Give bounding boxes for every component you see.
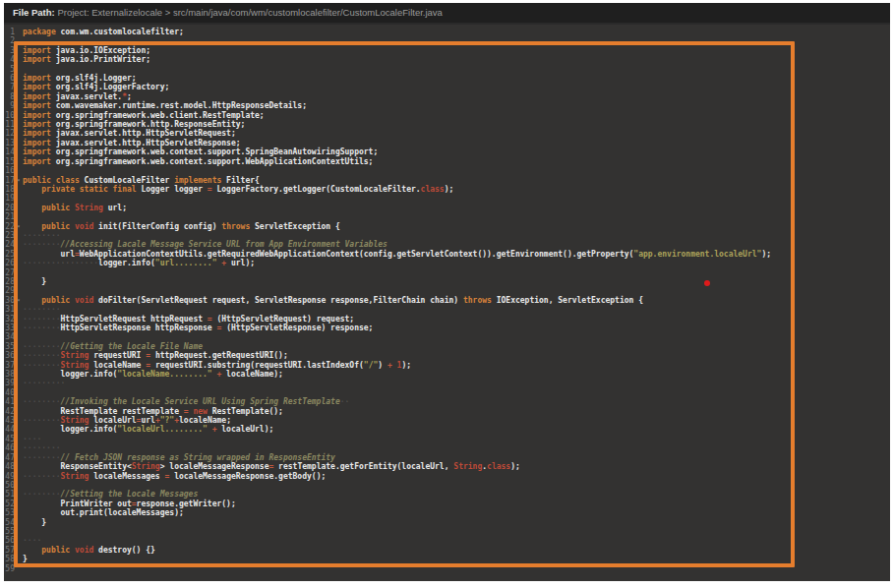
fold-marker-icon[interactable]: ▾ xyxy=(15,222,23,231)
code-token xyxy=(23,204,41,212)
code-line[interactable]: 12import javax.servlet.http.HttpServletR… xyxy=(4,129,890,138)
code-line[interactable]: 26················logger.info("url......… xyxy=(4,259,890,267)
code-line[interactable]: 41········//Invoking the Locale Service … xyxy=(4,397,890,406)
line-number: 28 xyxy=(4,277,15,286)
code-line[interactable]: 7import org.slf4j.LoggerFactory; xyxy=(4,83,890,91)
code-token: localeUrl xyxy=(89,416,136,425)
code-line[interactable]: 53 out.print(localeMessages); xyxy=(4,508,890,517)
code-line[interactable]: 9import com.wavemaker.runtime.rest.model… xyxy=(4,101,890,110)
code-line[interactable]: 54 } xyxy=(4,518,890,527)
code-line[interactable]: 42 RestTemplate restTemplate = new RestT… xyxy=(4,407,890,416)
fold-gutter-spacer xyxy=(15,332,23,341)
fold-gutter-spacer xyxy=(15,101,23,110)
code-line[interactable]: 2 xyxy=(4,36,890,45)
code-line[interactable]: 30▾ public void doFilter(ServletRequest … xyxy=(4,296,890,305)
code-line[interactable]: 33········HttpServletResponse httpRespon… xyxy=(4,323,890,332)
code-line[interactable]: 1package com.wm.customlocalefilter; xyxy=(4,28,890,36)
code-line[interactable]: 38 logger.info("localeName........" + lo… xyxy=(4,370,890,379)
code-line[interactable]: 27 xyxy=(4,268,890,277)
code-token: javax.servlet. xyxy=(51,92,122,101)
code-line[interactable]: 59 xyxy=(4,564,890,573)
code-line[interactable]: 49········String localeMessages = locale… xyxy=(4,472,890,481)
code-line[interactable]: 44 logger.info("localeUrl........" + loc… xyxy=(4,425,890,434)
code-line[interactable]: 21 xyxy=(4,212,890,221)
code-token: void xyxy=(75,296,93,305)
code-line[interactable]: 56···· xyxy=(4,536,890,545)
code-token: implements xyxy=(174,176,221,185)
code-token: throws xyxy=(221,222,250,231)
line-number: 40 xyxy=(4,388,15,397)
fold-gutter-spacer xyxy=(15,453,23,462)
code-token: import xyxy=(23,92,51,101)
code-token: throws xyxy=(463,296,492,305)
fold-gutter-spacer xyxy=(15,425,23,434)
code-text: package com.wm.customlocalefilter; xyxy=(23,28,890,36)
code-token: url xyxy=(23,250,75,259)
code-line[interactable]: 24········//Accessing Lacale Message Ser… xyxy=(4,240,890,249)
line-number: 5 xyxy=(4,65,15,74)
code-text xyxy=(23,166,890,175)
code-line[interactable]: 22▾ public void init(FilterConfig config… xyxy=(4,222,890,231)
code-line[interactable]: 40 xyxy=(4,388,890,397)
fold-gutter-spacer xyxy=(15,286,23,295)
code-line[interactable]: 36········String requestURI = httpReques… xyxy=(4,351,890,360)
fold-gutter-spacer xyxy=(15,305,23,314)
code-text: ···· xyxy=(23,435,890,443)
code-token: package xyxy=(23,28,56,36)
code-line[interactable]: 25 url=WebApplicationContextUtils.getReq… xyxy=(4,250,890,259)
code-line[interactable]: 35········//Getting the Locale File Name xyxy=(4,342,890,351)
code-token: javax.servlet.http.HttpServletRequest; xyxy=(51,129,236,138)
code-line[interactable]: 5 xyxy=(4,65,890,74)
code-line[interactable]: 34 xyxy=(4,332,890,341)
code-line[interactable]: 23········ xyxy=(4,231,890,240)
file-path-bar: File Path: Project: Externalizelocale > … xyxy=(4,3,890,25)
fold-gutter-spacer xyxy=(15,361,23,370)
code-line[interactable]: 45···· xyxy=(4,435,890,443)
code-line[interactable]: 46········ xyxy=(4,443,890,452)
code-line[interactable]: 37········String localeName = requestURI… xyxy=(4,361,890,370)
code-line[interactable]: 28 } xyxy=(4,277,890,286)
code-line[interactable]: 32········HttpServletRequest httpRequest… xyxy=(4,315,890,323)
fold-gutter-spacer xyxy=(15,83,23,91)
code-line[interactable]: 55 xyxy=(4,527,890,536)
line-number: 59 xyxy=(4,564,15,573)
code-token: restTemplate.getForEntity(localeUrl, xyxy=(273,462,453,471)
line-number: 44 xyxy=(4,425,15,434)
code-line[interactable]: 13import javax.servlet.http.HttpServletR… xyxy=(4,139,890,147)
code-line[interactable]: 3import java.io.IOException; xyxy=(4,46,890,55)
code-line[interactable]: 51········//Setting the Locale Messages xyxy=(4,490,890,499)
code-line[interactable]: 4import java.io.PrintWriter; xyxy=(4,55,890,64)
code-line[interactable]: 31········ xyxy=(4,305,890,314)
code-line[interactable]: 29 xyxy=(4,286,890,295)
code-token: new xyxy=(193,407,207,416)
code-line[interactable]: 39········· xyxy=(4,379,890,387)
code-token: HttpServletRequest httpRequest xyxy=(61,315,208,323)
line-number: 51 xyxy=(4,490,15,499)
code-line[interactable]: 57 public void destroy() {} xyxy=(4,546,890,555)
code-line[interactable]: 18 private static final Logger logger = … xyxy=(4,185,890,194)
code-line[interactable]: 8import javax.servlet.*; xyxy=(4,92,890,101)
code-token: import xyxy=(23,55,51,64)
code-line[interactable]: 19 xyxy=(4,194,890,203)
code-text: ········String requestURI = httpRequest.… xyxy=(23,351,890,360)
code-line[interactable]: 48 ResponseEntity<String> localeMessageR… xyxy=(4,462,890,471)
code-line[interactable]: 47········// Fetch JSON response as Stri… xyxy=(4,453,890,462)
code-editor[interactable]: 1package com.wm.customlocalefilter;23imp… xyxy=(4,25,890,581)
code-line[interactable]: 17▾public class CustomLocaleFilter imple… xyxy=(4,176,890,185)
code-line[interactable]: 15import org.springframework.web.context… xyxy=(4,157,890,166)
fold-marker-icon[interactable]: ▾ xyxy=(15,176,23,185)
code-line[interactable]: 16 xyxy=(4,166,890,175)
whitespace-dots: ········ xyxy=(23,231,61,240)
code-text: public void destroy() {} xyxy=(23,546,890,555)
code-line[interactable]: 10import org.springframework.web.client.… xyxy=(4,111,890,120)
code-line[interactable]: 50 xyxy=(4,481,890,490)
code-line[interactable]: 20 public String url; xyxy=(4,204,890,212)
line-number: 50 xyxy=(4,481,15,490)
code-line[interactable]: 14import org.springframework.web.context… xyxy=(4,147,890,156)
whitespace-dots: ········· xyxy=(23,379,65,387)
fold-marker-icon[interactable]: ▾ xyxy=(15,296,23,305)
fold-gutter-spacer xyxy=(15,259,23,267)
code-line[interactable]: 58} xyxy=(4,555,890,563)
code-text: logger.info("localeName........" + local… xyxy=(23,370,890,379)
code-line[interactable]: 52 PrintWriter out=response.getWriter(); xyxy=(4,500,890,508)
